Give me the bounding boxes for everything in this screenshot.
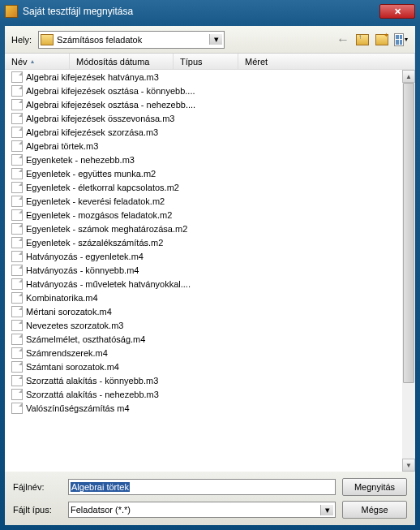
file-row[interactable]: Egyenletek - együttes munka.m2 [5, 166, 402, 180]
filetype-dropdown[interactable]: Feladatsor (*.*) ▾ [68, 502, 336, 518]
file-row[interactable]: Hatványozás - egyenletek.m4 [5, 249, 402, 263]
back-button[interactable]: ← [336, 32, 350, 47]
file-icon [11, 85, 23, 97]
file-name: Egyenletek - együttes munka.m2 [26, 169, 156, 179]
toolbar: Hely: Számításos feladatok ▾ ← ▾ [5, 26, 415, 54]
file-list-pane: Név▴ Módosítás dátuma Típus Méret Algebr… [5, 54, 415, 472]
window-title: Saját tesztfájl megnyitása [23, 6, 379, 17]
up-one-level-button[interactable] [355, 32, 370, 47]
file-name: Egyenletek - életkorral kapcsolatos.m2 [26, 183, 179, 192]
file-icon [11, 278, 23, 290]
file-name: Számrendszerek.m4 [26, 348, 108, 358]
scroll-down-button[interactable]: ▼ [402, 459, 415, 472]
location-value: Számításos feladatok [57, 35, 209, 45]
file-row[interactable]: Egyenletek - keverési feladatok.m2 [5, 194, 402, 208]
file-row[interactable]: Számrendszerek.m4 [5, 346, 402, 360]
file-icon [11, 113, 23, 124]
file-name: Algebrai kifejezések összevonása.m3 [26, 114, 174, 123]
column-header-type[interactable]: Típus [174, 54, 238, 69]
file-icon [11, 209, 23, 221]
file-icon [11, 334, 23, 345]
location-dropdown[interactable]: Számításos feladatok ▾ [38, 31, 225, 49]
scroll-up-button[interactable]: ▲ [402, 70, 415, 83]
file-icon [11, 71, 23, 83]
file-list: Algebrai kifejezések hatványa.m3Algebrai… [5, 70, 402, 472]
file-name: Algebrai törtek.m3 [26, 141, 98, 151]
file-row[interactable]: Számtani sorozatok.m4 [5, 360, 402, 373]
file-icon [11, 182, 23, 193]
file-row[interactable]: Egyenletek - életkorral kapcsolatos.m2 [5, 180, 402, 194]
file-icon [11, 99, 23, 110]
file-name: Szorzattá alakítás - nehezebb.m3 [26, 390, 159, 399]
file-row[interactable]: Nevezetes szorzatok.m3 [5, 318, 402, 332]
file-icon [11, 320, 23, 331]
vertical-scrollbar[interactable]: ▲ ▼ [402, 70, 415, 472]
cancel-button[interactable]: Mégse [342, 501, 407, 519]
titlebar[interactable]: Saját tesztfájl megnyitása ✕ [0, 0, 420, 23]
file-icon [11, 251, 23, 262]
file-name: Algebrai kifejezések osztása - nehezebb.… [26, 100, 195, 110]
file-row[interactable]: Hatványozás - műveletek hatványokkal.... [5, 277, 402, 291]
file-row[interactable]: Egyenletek - mozgásos feladatok.m2 [5, 208, 402, 222]
filetype-value: Feladatsor (*.*) [71, 505, 320, 515]
file-name: Szorzattá alakítás - könnyebb.m3 [26, 376, 158, 386]
file-name: Hatványozás - könnyebb.m4 [26, 265, 139, 275]
new-folder-button[interactable] [375, 32, 389, 47]
open-file-dialog: Saját tesztfájl megnyitása ✕ Hely: Számí… [0, 0, 420, 530]
chevron-down-icon[interactable]: ▾ [320, 505, 333, 515]
column-header-size[interactable]: Méret [238, 54, 415, 69]
file-row[interactable]: Algebrai kifejezések szorzása.m3 [5, 125, 402, 139]
open-button[interactable]: Megnyitás [342, 478, 407, 496]
scroll-thumb[interactable] [403, 83, 414, 383]
filename-label: Fájlnév: [13, 482, 62, 492]
file-name: Algebrai kifejezések szorzása.m3 [26, 127, 158, 137]
column-header-name[interactable]: Név▴ [5, 54, 70, 69]
file-name: Algebrai kifejezések osztása - könnyebb.… [26, 86, 195, 96]
file-row[interactable]: Algebrai törtek.m3 [5, 139, 402, 153]
file-icon [11, 389, 23, 400]
file-icon [11, 168, 23, 179]
file-name: Hatványozás - műveletek hatványokkal.... [26, 279, 191, 289]
file-name: Valószínűségszámítás m4 [26, 403, 130, 413]
file-row[interactable]: Számelmélet, oszthatóság.m4 [5, 332, 402, 346]
file-row[interactable]: Egyenletek - számok meghatározása.m2 [5, 222, 402, 235]
bottom-bar: Fájlnév: Algebrai törtek Megnyitás Fájlt… [5, 472, 415, 525]
file-row[interactable]: Algebrai kifejezések összevonása.m3 [5, 111, 402, 125]
file-name: Számtani sorozatok.m4 [26, 362, 119, 372]
filename-input[interactable]: Algebrai törtek [68, 479, 336, 495]
column-header-date[interactable]: Módosítás dátuma [70, 54, 174, 69]
file-row[interactable]: Egyenketek - nehezebb.m3 [5, 153, 402, 166]
file-row[interactable]: Valószínűségszámítás m4 [5, 401, 402, 415]
file-icon [11, 127, 23, 138]
file-row[interactable]: Szorzattá alakítás - nehezebb.m3 [5, 387, 402, 401]
file-icon [11, 361, 23, 373]
file-row[interactable]: Kombinatorika.m4 [5, 291, 402, 304]
file-row[interactable]: Algebrai kifejezések osztása - nehezebb.… [5, 97, 402, 111]
file-row[interactable]: Algebrai kifejezések hatványa.m3 [5, 70, 402, 84]
file-row[interactable]: Egyenletek - százalékszámítás.m2 [5, 235, 402, 249]
file-row[interactable]: Hatványozás - könnyebb.m4 [5, 263, 402, 277]
close-button[interactable]: ✕ [379, 4, 415, 19]
file-icon [11, 292, 23, 304]
file-name: Mértani sorozatok.m4 [26, 307, 112, 317]
file-name: Hatványozás - egyenletek.m4 [26, 252, 144, 261]
file-row[interactable]: Mértani sorozatok.m4 [5, 304, 402, 318]
file-name: Egyenletek - mozgásos feladatok.m2 [26, 210, 172, 220]
folder-icon [41, 34, 54, 45]
file-name: Számelmélet, oszthatóság.m4 [26, 334, 145, 344]
file-icon [11, 223, 23, 235]
scroll-track[interactable] [402, 83, 415, 459]
file-icon [11, 375, 23, 386]
app-icon [5, 5, 18, 18]
file-name: Algebrai kifejezések hatványa.m3 [26, 72, 159, 82]
file-row[interactable]: Szorzattá alakítás - könnyebb.m3 [5, 373, 402, 387]
file-icon [11, 306, 23, 317]
view-icon [394, 33, 404, 46]
sort-indicator-icon: ▴ [31, 58, 34, 65]
view-menu-button[interactable]: ▾ [394, 32, 409, 47]
file-name: Egyenletek - százalékszámítás.m2 [26, 238, 163, 248]
file-icon [11, 154, 23, 166]
file-icon [11, 347, 23, 359]
chevron-down-icon[interactable]: ▾ [209, 34, 222, 45]
file-row[interactable]: Algebrai kifejezések osztása - könnyebb.… [5, 84, 402, 97]
